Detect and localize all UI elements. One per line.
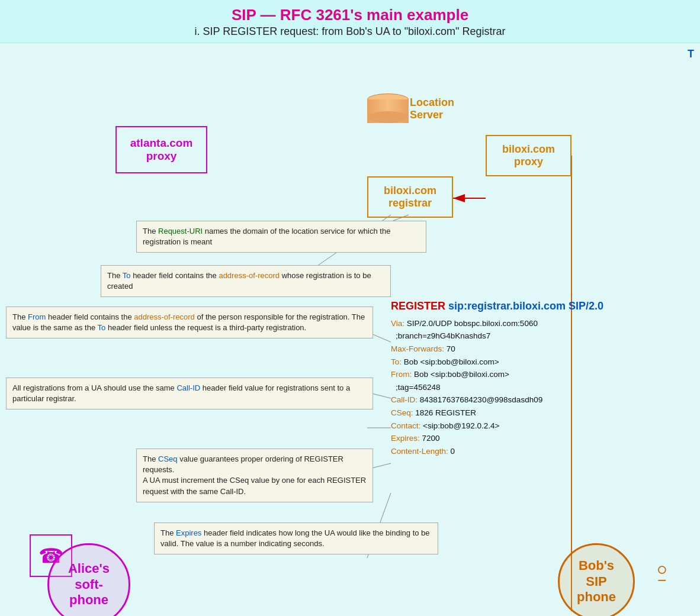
sip-maxfwd-label: Max-Forwards: [391, 344, 444, 353]
sip-from-line: From: Bob <sip:bob@biloxi.com> [391, 368, 675, 381]
bob-sip-phone-group: Bob'sSIPphone ⍛ [558, 540, 670, 616]
alice-circle: Alice'ssoft-phone [47, 543, 130, 616]
ann7-expires: Expires [176, 528, 201, 537]
sip-cseq-line: CSeq: 1826 REGISTER [391, 407, 675, 420]
note-t: T [688, 48, 694, 60]
bob-circle: Bob'sSIPphone [558, 543, 635, 616]
ann2-aor: address-of-record [219, 271, 280, 280]
bob-phone-icon: ⍛ [654, 552, 670, 584]
annotation-expires: The Expires header field indicates how l… [154, 523, 438, 554]
sip-register-line: REGISTER sip:registrar.biloxi.com SIP/2.… [391, 298, 675, 315]
header: SIP — RFC 3261's main example i. SIP REG… [0, 0, 700, 43]
annotation-callid: All registrations from a UA should use t… [6, 378, 373, 409]
atlanta-proxy-box: atlanta.comproxy [115, 126, 207, 173]
alice-label: Alice'ssoft-phone [68, 561, 110, 608]
ann4-callid: Call-ID [176, 383, 200, 392]
sip-to-line: To: Bob <sip:bob@biloxi.com> [391, 356, 675, 369]
sip-via-label: Via: [391, 319, 404, 328]
sip-callid-value: 843817637684230@998sdasdh09 [418, 395, 542, 404]
sip-branch-line: ;branch=z9hG4bKnashds7 [391, 330, 675, 343]
biloxi-registrar-box: biloxi.comregistrar [367, 176, 453, 218]
ann1-highlight: Request-URI [158, 227, 203, 236]
ann2-to: To [123, 271, 131, 280]
atlanta-proxy-label: atlanta.comproxy [130, 137, 193, 163]
cylinder-bottom [367, 111, 409, 123]
ann3-to: To [98, 323, 106, 332]
biloxi-proxy-box: biloxi.comproxy [486, 135, 571, 176]
location-server-group: LocationServer [367, 93, 409, 126]
page-title: SIP — RFC 3261's main example [0, 6, 700, 24]
sip-via-value: SIP/2.0/UDP bobspc.biloxi.com:5060 [404, 319, 538, 328]
sip-maxfwd-value: 70 [444, 344, 455, 353]
sip-from-value: Bob <sip:bob@biloxi.com> [412, 370, 509, 379]
sip-expires-line: Expires: 7200 [391, 432, 675, 445]
sip-contentlen-label: Content-Length: [391, 447, 448, 456]
sip-message-panel: REGISTER sip:registrar.biloxi.com SIP/2.… [391, 298, 675, 457]
sip-contentlen-value: 0 [448, 447, 455, 456]
sip-cseq-value: 1826 REGISTER [413, 408, 477, 417]
sip-contact-line: Contact: <sip:bob@192.0.2.4> [391, 420, 675, 433]
alice-softphone-group: ☎ Alice'ssoft-phone [30, 534, 148, 616]
page-subtitle: i. SIP REGISTER request: from Bob's UA t… [0, 25, 700, 38]
sip-expires-label: Expires: [391, 434, 420, 443]
sip-tag-line: ;tag=456248 [391, 381, 675, 394]
location-server-label: LocationServer [410, 96, 454, 121]
sip-to-value: Bob <sip:bob@biloxi.com> [402, 357, 499, 366]
annotation-cseq: The CSeq value guarantees proper orderin… [136, 449, 373, 502]
sip-cseq-label: CSeq: [391, 408, 413, 417]
sip-maxfwd-line: Max-Forwards: 70 [391, 343, 675, 356]
sip-expires-value: 7200 [420, 434, 440, 443]
annotation-to-header: The To header field contains the address… [101, 265, 391, 297]
sip-callid-label: Call-ID: [391, 395, 418, 404]
sip-from-label: From: [391, 370, 412, 379]
sip-to-label: To: [391, 357, 402, 366]
main-area: T LocationServer [0, 43, 700, 611]
sip-contact-label: Contact: [391, 421, 420, 430]
sip-tag: ;tag=456248 [396, 383, 440, 392]
bob-label: Bob'sSIPphone [577, 558, 616, 605]
sip-contentlen-line: Content-Length: 0 [391, 445, 675, 458]
sip-branch: ;branch=z9hG4bKnashds7 [396, 331, 490, 340]
annotation-from-header: The From header field contains the addre… [6, 307, 373, 338]
biloxi-proxy-label: biloxi.comproxy [502, 143, 555, 168]
sip-register-keyword: REGISTER [391, 300, 445, 312]
location-server-cylinder [367, 93, 409, 126]
sip-via-line: Via: SIP/2.0/UDP bobspc.biloxi.com:5060 [391, 317, 675, 330]
ann3-from: From [28, 312, 46, 321]
biloxi-registrar-label: biloxi.comregistrar [384, 185, 436, 209]
sip-callid-line: Call-ID: 843817637684230@998sdasdh09 [391, 394, 675, 407]
sip-register-rest: sip:registrar.biloxi.com SIP/2.0 [445, 300, 603, 312]
annotation-request-uri: The Request-URI names the domain of the … [136, 221, 426, 253]
sip-contact-value: <sip:bob@192.0.2.4> [420, 421, 499, 430]
ann5-cseq: CSeq [158, 454, 178, 463]
ann3-aor: address-of-record [134, 312, 195, 321]
